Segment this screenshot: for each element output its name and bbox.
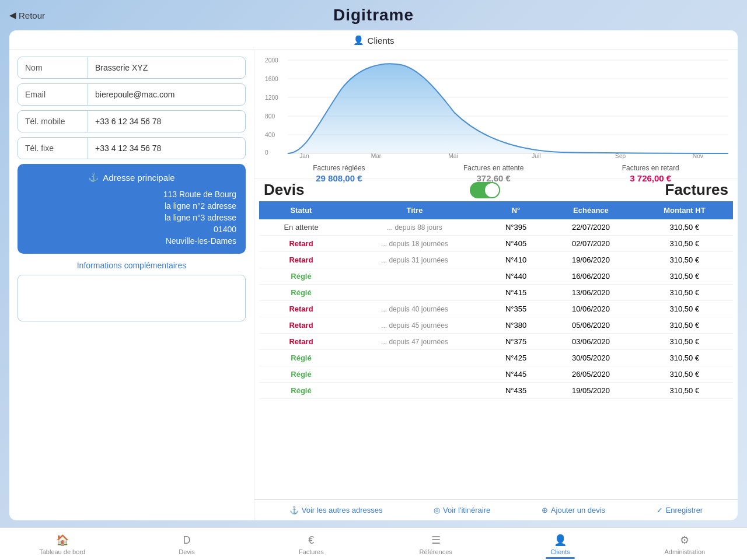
toggle-switch[interactable] — [470, 182, 500, 198]
cell-montant: 310,50 € — [636, 252, 733, 268]
table-row[interactable]: Retard ... depuis 40 journées N°355 10/0… — [259, 301, 733, 317]
cell-statut: Réglé — [259, 383, 343, 399]
administration-nav-label: Administration — [664, 548, 705, 555]
app-title: Digitrame — [333, 6, 414, 24]
cell-titre: ... depuis 88 jours — [343, 219, 486, 236]
email-field-row: Email bierepoule@mac.com — [18, 83, 246, 106]
table-row[interactable]: Retard ... depuis 47 journées N°375 03/0… — [259, 334, 733, 350]
chart-svg: 2000 1600 1200 800 400 0 Jan Mar — [264, 54, 728, 159]
table-row[interactable]: Réglé N°425 30/05/2020 310,50 € — [259, 350, 733, 366]
svg-text:400: 400 — [265, 132, 275, 138]
administration-nav-icon: ⚙ — [680, 534, 689, 547]
email-value[interactable]: bierepoule@mac.com — [88, 84, 245, 105]
top-bar: ◀ Retour Digitrame — [0, 0, 747, 30]
legend-retard-label: Factures en retard — [622, 164, 679, 172]
bottom-nav: 🏠 Tableau de bord D Devis € Factures ☰ R… — [0, 527, 747, 560]
cell-titre — [343, 350, 486, 366]
card-header-label: Clients — [368, 36, 395, 46]
clients-nav-icon: 👤 — [554, 534, 567, 547]
cell-statut: Réglé — [259, 366, 343, 383]
legend-attente: Factures en attente 372,60 € — [463, 164, 523, 183]
table-row[interactable]: Retard ... depuis 31 journées N°410 19/0… — [259, 252, 733, 268]
cell-numero: N°380 — [486, 317, 546, 334]
nav-item-references[interactable]: ☰ Références — [374, 534, 498, 555]
legend-attente-label: Factures en attente — [463, 164, 523, 172]
nav-item-clients[interactable]: 👤 Clients — [498, 534, 622, 555]
cell-echeance: 05/06/2020 — [546, 317, 636, 334]
cell-montant: 310,50 € — [636, 268, 733, 285]
table-wrapper[interactable]: Statut Titre N° Echéance Montant HT En a… — [254, 201, 738, 499]
table-row[interactable]: En attente ... depuis 88 jours N°395 22/… — [259, 219, 733, 236]
svg-text:Mai: Mai — [448, 153, 458, 159]
voir-adresses-button[interactable]: ⚓ Voir les autres adresses — [289, 506, 383, 514]
svg-text:1600: 1600 — [265, 76, 278, 82]
nom-label: Nom — [18, 57, 88, 78]
legend-retard-amount: 3 726,00 € — [630, 173, 671, 183]
cell-numero: N°425 — [486, 350, 546, 366]
tel-fixe-value[interactable]: +33 4 12 34 56 78 — [88, 138, 245, 159]
cell-titre: ... depuis 45 journées — [343, 317, 486, 334]
col-statut: Statut — [259, 201, 343, 219]
nav-item-administration[interactable]: ⚙ Administration — [623, 534, 747, 555]
cell-numero: N°375 — [486, 334, 546, 350]
cell-statut: Retard — [259, 334, 343, 350]
email-label: Email — [18, 84, 88, 105]
voir-itineraire-button[interactable]: ◎ Voir l'itinéraire — [434, 506, 490, 514]
info-comp-label: Informations complémentaires — [18, 261, 246, 270]
table-row[interactable]: Réglé N°445 26/05/2020 310,50 € — [259, 366, 733, 383]
svg-text:Juil: Juil — [532, 153, 540, 159]
nav-item-devis[interactable]: D Devis — [124, 534, 249, 555]
nom-field-row: Nom Brasserie XYZ — [18, 57, 246, 79]
save-icon: ✓ — [657, 506, 663, 514]
cell-numero: N°355 — [486, 301, 546, 317]
table-row[interactable]: Réglé N°435 19/05/2020 310,50 € — [259, 383, 733, 399]
nav-item-factures[interactable]: € Factures — [249, 534, 374, 555]
nav-item-tableau-de-bord[interactable]: 🏠 Tableau de bord — [0, 534, 124, 555]
tel-mobile-label: Tél. mobile — [18, 111, 88, 132]
cell-statut: En attente — [259, 219, 343, 236]
tel-mobile-value[interactable]: +33 6 12 34 56 78 — [88, 111, 245, 132]
cell-titre: ... depuis 18 journées — [343, 236, 486, 252]
legend-reglees-amount: 29 808,00 € — [316, 173, 362, 183]
svg-text:Jan: Jan — [299, 153, 309, 159]
cell-statut: Retard — [259, 252, 343, 268]
cell-montant: 310,50 € — [636, 219, 733, 236]
ajouter-devis-button[interactable]: ⊕ Ajouter un devis — [542, 506, 605, 514]
card-body: Nom Brasserie XYZ Email bierepoule@mac.c… — [9, 50, 738, 520]
cell-statut: Retard — [259, 236, 343, 252]
devis-nav-icon: D — [183, 534, 190, 547]
cell-montant: 310,50 € — [636, 301, 733, 317]
cell-numero: N°410 — [486, 252, 546, 268]
legend-reglees: Factures réglées 29 808,00 € — [313, 164, 365, 183]
info-comp-box[interactable] — [18, 275, 246, 321]
table-row[interactable]: Retard ... depuis 45 journées N°380 05/0… — [259, 317, 733, 334]
cell-titre — [343, 383, 486, 399]
table-row[interactable]: Retard ... depuis 18 journées N°405 02/0… — [259, 236, 733, 252]
address-line3: la ligne n°3 adresse — [27, 213, 236, 222]
enregistrer-button[interactable]: ✓ Enregistrer — [657, 506, 703, 514]
table-row[interactable]: Réglé N°440 16/06/2020 310,50 € — [259, 268, 733, 285]
footer-actions: ⚓ Voir les autres adresses ◎ Voir l'itin… — [254, 499, 738, 520]
main-card: 👤 Clients Nom Brasserie XYZ Email bierep… — [9, 30, 738, 520]
svg-text:Sep: Sep — [615, 153, 626, 159]
adresses-icon: ⚓ — [289, 506, 299, 514]
cell-numero: N°440 — [486, 268, 546, 285]
devis-add-icon: ⊕ — [542, 506, 548, 514]
cell-echeance: 19/06/2020 — [546, 252, 636, 268]
address-icon: ⚓ — [88, 172, 99, 183]
cell-numero: N°395 — [486, 219, 546, 236]
cell-echeance: 03/06/2020 — [546, 334, 636, 350]
devis-nav-label: Devis — [179, 548, 195, 555]
cell-numero: N°435 — [486, 383, 546, 399]
nom-value[interactable]: Brasserie XYZ — [88, 57, 245, 78]
address-postal: 01400 — [27, 225, 236, 234]
itineraire-icon: ◎ — [434, 506, 440, 514]
back-button[interactable]: ◀ Retour — [9, 10, 45, 20]
cell-montant: 310,50 € — [636, 236, 733, 252]
references-nav-label: Références — [420, 548, 452, 555]
cell-statut: Retard — [259, 317, 343, 334]
tableau-de-bord-nav-label: Tableau de bord — [39, 548, 85, 555]
table-row[interactable]: Réglé N°415 13/06/2020 310,50 € — [259, 285, 733, 301]
cell-titre: ... depuis 47 journées — [343, 334, 486, 350]
cell-titre: ... depuis 40 journées — [343, 301, 486, 317]
